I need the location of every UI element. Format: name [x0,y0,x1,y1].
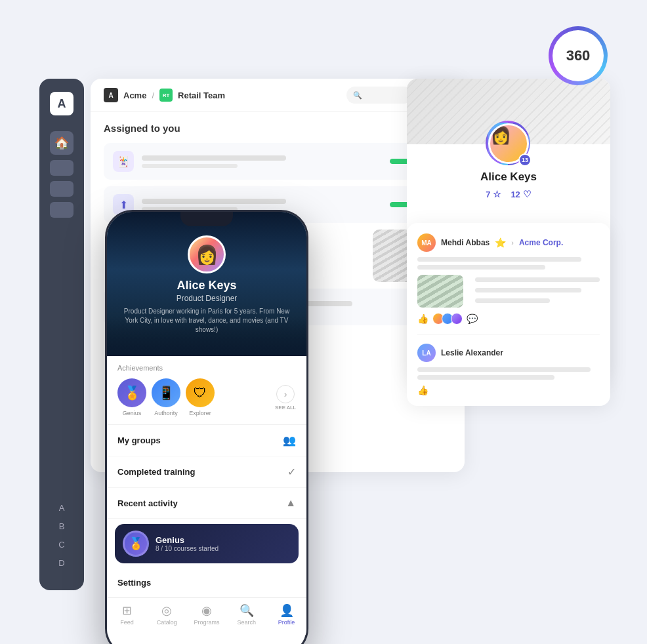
star-icon: ☆ [493,189,501,199]
task-icon-1: 🃏 [113,151,134,172]
phone-avatar: 👩 [188,235,226,273]
menu-completed-training[interactable]: Completed training ✓ [107,456,306,488]
sidebar-letters: A B C D [58,500,64,577]
catalog-nav-icon: ◎ [161,603,172,618]
activity-title: Genius [156,535,291,545]
programs-nav-icon: ◉ [201,603,212,618]
catalog-nav-label: Catalog [157,619,177,626]
feed-image-inner [417,275,463,308]
sidebar-letter-d[interactable]: D [58,555,64,571]
phone-frame: 👩 Alice Keys Product Designer Product De… [105,210,308,644]
feed-company-1: Acme Corp. [519,238,563,247]
task-line-1a [142,155,286,161]
activity-banner: 🏅 Genius 8 / 10 courses started [115,524,299,563]
app-brand: Acme [123,91,146,100]
menu-recent-activity[interactable]: Recent activity ▲ [107,488,306,519]
task-lines-2 [142,199,382,211]
task-line-1b [142,164,238,168]
activity-sub: 8 / 10 courses started [156,545,291,552]
feed-line-2b [417,375,554,380]
breadcrumb-separator: / [152,91,154,100]
profile-badge-count: 13 [518,153,532,167]
thumbs-up-icon-2[interactable]: 👍 [417,385,428,395]
achievements-row: 🏅 Genius 📱 Authority 🛡 Explorer › [117,378,296,416]
feed-nav-icon: ⊞ [122,603,132,618]
task-lines-1 [142,155,382,168]
profile-stat-1: 7 ☆ [486,189,501,199]
see-all-button[interactable]: › SEE ALL [275,385,296,411]
feed-text-lines [475,275,600,306]
sidebar-letter-c[interactable]: C [58,536,64,552]
profile-bg: 👩 13 [407,79,610,144]
profile-nav-label: Profile [278,619,295,626]
nav-programs[interactable]: ◉ Programs [187,603,227,626]
sidebar-icon-home[interactable]: 🏠 [50,131,73,155]
profile-avatar-container: 👩 13 [488,123,529,164]
nav-feed[interactable]: ⊞ Feed [107,603,147,626]
react-av-3 [451,313,463,325]
achievement-explorer[interactable]: 🛡 Explorer [186,378,215,416]
feed-reactions-2: 👍 [417,385,600,395]
achievement-authority[interactable]: 📱 Authority [152,378,180,416]
profile-nav-icon: 👤 [280,603,294,618]
authority-badge: 📱 [152,378,180,407]
phone-nav: ⊞ Feed ◎ Catalog ◉ Programs 🔍 Search [107,597,306,635]
feed-panel: MA Mehdi Abbas ⭐ › Acme Corp. [407,223,610,406]
profile-name: Alice Keys [420,171,597,184]
my-groups-label: My groups [117,435,161,445]
fl3 [475,298,550,303]
explorer-label: Explorer [189,410,211,416]
phone-user-bio: Product Designer working in Paris for 5 … [107,307,306,334]
feed-content-row [417,275,600,308]
search-box[interactable]: 🔍 [346,87,412,104]
feed-avatar-2: LA [417,344,436,362]
groups-icon: 👥 [283,434,296,447]
sidebar-icon-block2 [50,181,73,197]
phone-wrap: 👩 Alice Keys Product Designer Product De… [105,210,308,644]
feed-lines-2 [417,367,600,380]
phone-avatar-emoji: 👩 [196,244,219,266]
menu-my-groups[interactable]: My groups 👥 [107,425,306,456]
search-icon-text: 🔍 [353,91,362,100]
feed-user-row-2: LA Leslie Alexander [417,344,600,362]
activity-info: Genius 8 / 10 courses started [156,535,291,552]
badge-360: 360 [553,30,604,81]
nav-catalog[interactable]: ◎ Catalog [147,603,187,626]
settings-label: Settings [117,578,151,588]
fl1 [475,277,600,282]
feed-username-1: Mehdi Abbas [441,238,490,247]
achievement-genius[interactable]: 🏅 Genius [117,378,146,416]
thumbs-up-icon[interactable]: 👍 [417,313,428,324]
sidebar-letter-a[interactable]: A [59,500,65,515]
checkmark-icon: ✓ [287,466,296,478]
programs-nav-label: Programs [194,619,219,626]
see-all-text: SEE ALL [275,405,296,411]
achievements-title: Achievements [117,364,296,372]
reaction-avatars [432,313,463,325]
main-wrapper: A 🏠 A B C D A Acme / RT Retail Team 🔍 🔔 … [39,79,610,616]
phone-hero: 👩 Alice Keys Product Designer Product De… [107,212,306,356]
team-badge: RT [159,89,173,102]
feed-avatar-1: MA [417,233,436,252]
heart-icon: ♡ [523,189,532,199]
feed-lines-1 [417,257,600,270]
feed-item-1: MA Mehdi Abbas ⭐ › Acme Corp. [417,233,600,334]
recent-activity-label: Recent activity [117,498,178,508]
genius-badge: 🏅 [117,378,146,407]
comment-icon[interactable]: 💬 [467,313,478,324]
feed-badge-1: ⭐ [495,237,506,248]
sidebar-logo[interactable]: A [50,92,73,115]
feed-line-2a [417,367,591,372]
nav-profile[interactable]: 👤 Profile [266,603,306,626]
nav-search[interactable]: 🔍 Search [226,603,266,626]
sidebar-icon-block1 [50,160,73,176]
sidebar-letter-b[interactable]: B [59,518,65,534]
task-row-1[interactable]: 🃏 [104,143,451,180]
app-team: Retail Team [178,91,225,100]
sidebar: A 🏠 A B C D [39,79,84,590]
feed-line-1b [417,265,545,270]
feed-username-2: Leslie Alexander [441,348,503,357]
profile-stat-1-value: 7 [486,190,490,199]
menu-settings[interactable]: Settings [107,569,306,597]
assigned-title: Assigned to you [104,123,451,134]
